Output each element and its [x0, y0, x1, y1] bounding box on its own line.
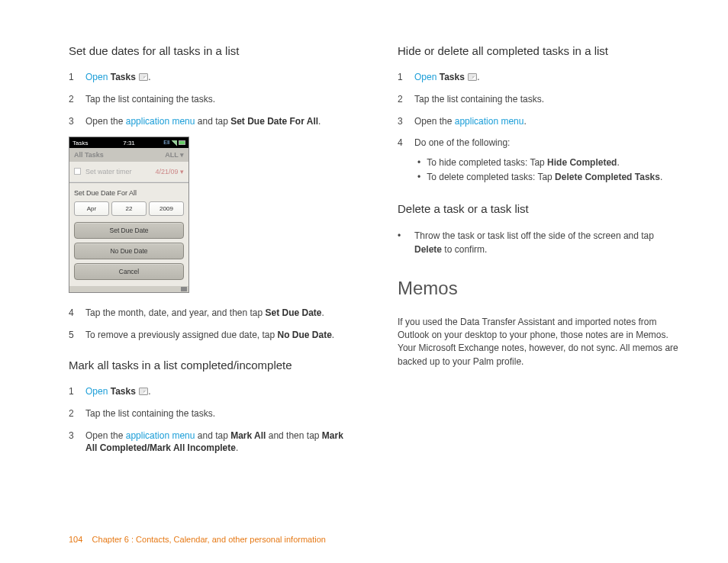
- steps-mark-all: 1 Open Tasks . 2 Tap the list containing…: [69, 385, 353, 455]
- step-4: 4 Tap the month, date, and year, and the…: [69, 307, 353, 320]
- step-text: Open Tasks .: [414, 71, 682, 84]
- bullet-delete: To delete completed tasks: Tap Delete Co…: [417, 170, 682, 185]
- open-link[interactable]: Open: [414, 72, 436, 82]
- month-chip[interactable]: Apr: [74, 201, 109, 216]
- step-text: To remove a previously assigned due date…: [85, 329, 353, 342]
- step-4: 4 Do one of the following:: [398, 137, 682, 150]
- step-text: Open the application menu.: [414, 115, 682, 128]
- step-text: Open the application menu and tap Mark A…: [85, 429, 353, 455]
- step-text: Tap the list containing the tasks.: [85, 407, 353, 420]
- tasks-app-icon: [468, 73, 477, 81]
- heading-mark-all: Mark all tasks in a list completed/incom…: [69, 359, 353, 372]
- statusbar-app: Tasks: [72, 140, 88, 146]
- step-text: Open the application menu and tap Set Du…: [85, 115, 353, 128]
- open-link[interactable]: Open: [85, 72, 108, 82]
- app-menu-link[interactable]: application menu: [455, 116, 524, 127]
- step-5: 5 To remove a previously assigned due da…: [69, 329, 353, 342]
- step-text: Tap the list containing the tasks.: [414, 93, 682, 106]
- step-text: Open Tasks .: [85, 385, 353, 398]
- step-1: 1 Open Tasks .: [69, 71, 353, 84]
- no-due-date-button[interactable]: No Due Date: [74, 243, 184, 259]
- date-picker-row: Apr 22 2009: [74, 201, 184, 216]
- page-footer: 104 Chapter 6 : Contacts, Calendar, and …: [69, 535, 326, 544]
- bullet-hide: To hide completed tasks: Tap Hide Comple…: [417, 156, 682, 170]
- step-2: 2 Tap the list containing the tasks.: [69, 93, 353, 106]
- step-number: 3: [69, 115, 85, 128]
- right-column: Hide or delete all completed tasks in a …: [398, 44, 682, 464]
- tasks-app-icon: [139, 73, 148, 81]
- step-number: 1: [69, 385, 85, 398]
- step-number: 1: [69, 71, 85, 84]
- step-2: 2 Tap the list containing the tasks.: [398, 93, 682, 106]
- heading-delete-task: Delete a task or a task list: [398, 202, 682, 215]
- page-body: Set due dates for all tasks in a list 1 …: [0, 0, 728, 494]
- heading-hide-delete: Hide or delete all completed tasks in a …: [398, 44, 682, 57]
- left-column: Set due dates for all tasks in a list 1 …: [69, 44, 353, 464]
- step-1: 1 Open Tasks .: [398, 71, 682, 84]
- heading-set-due-dates: Set due dates for all tasks in a list: [69, 44, 353, 57]
- popup-title: Set Due Date For All: [74, 188, 184, 201]
- tasks-app-icon: [139, 388, 148, 395]
- step-1: 1 Open Tasks .: [69, 385, 353, 398]
- phone-task-row: Set water timer 4/21/09 ▾: [69, 162, 188, 182]
- page-number: 104: [69, 535, 82, 544]
- app-menu-link[interactable]: application menu: [126, 430, 195, 441]
- bullet-throw: Throw the task or task list off the side…: [398, 229, 682, 256]
- app-menu-link[interactable]: application menu: [126, 116, 195, 127]
- phone-gesture-area: [69, 286, 188, 292]
- battery-icon: [179, 140, 185, 145]
- ev-icon: Eⅱ: [163, 140, 169, 146]
- resize-corner-icon: [181, 287, 187, 291]
- step-3: 3 Open the application menu.: [398, 115, 682, 128]
- steps-hide-delete: 1 Open Tasks . 2 Tap the list containing…: [398, 71, 682, 150]
- step-2: 2 Tap the list containing the tasks.: [69, 407, 353, 420]
- signal-icon: [171, 140, 177, 146]
- step-number: 4: [69, 307, 85, 320]
- phone-screenshot: Tasks 7:31 Eⅱ All Tasks ALL ▾ Set water …: [69, 137, 189, 293]
- steps-set-due-dates: 1 Open Tasks . 2 Tap the list containing…: [69, 71, 353, 127]
- step-3: 3 Open the application menu and tap Set …: [69, 115, 353, 128]
- set-due-date-button[interactable]: Set Due Date: [74, 222, 184, 239]
- step-number: 3: [69, 429, 85, 455]
- sub-bullets-hide-delete: To hide completed tasks: Tap Hide Comple…: [417, 156, 682, 185]
- step-3: 3 Open the application menu and tap Mark…: [69, 429, 353, 455]
- open-link[interactable]: Open: [85, 386, 108, 397]
- heading-memos: Memos: [398, 278, 682, 299]
- tasks-word: Tasks: [111, 72, 136, 82]
- year-chip[interactable]: 2009: [149, 201, 184, 216]
- step-number: 2: [69, 407, 85, 420]
- phone-popup: Set Due Date For All Apr 22 2009 Set Due…: [69, 182, 188, 286]
- step-number: 3: [398, 115, 414, 128]
- step-text: Tap the list containing the tasks.: [85, 93, 353, 106]
- step-number: 2: [69, 93, 85, 106]
- day-chip[interactable]: 22: [111, 201, 147, 216]
- cancel-button[interactable]: Cancel: [74, 263, 184, 280]
- statusbar-icons: Eⅱ: [163, 140, 185, 146]
- chapter-title: Chapter 6 : Contacts, Calendar, and othe…: [92, 535, 326, 544]
- step-number: 4: [398, 137, 414, 150]
- phone-statusbar: Tasks 7:31 Eⅱ: [69, 137, 188, 148]
- phone-list-header: All Tasks ALL ▾: [69, 148, 188, 162]
- step-number: 2: [398, 93, 414, 106]
- step-text: Open Tasks .: [85, 71, 353, 84]
- step-number: 1: [398, 71, 414, 84]
- bullets-delete-task: Throw the task or task list off the side…: [398, 229, 682, 256]
- checkbox-icon: [74, 168, 81, 175]
- step-text: Do one of the following:: [414, 137, 682, 150]
- statusbar-time: 7:31: [123, 140, 135, 146]
- step-number: 5: [69, 329, 85, 342]
- steps-set-due-dates-cont: 4 Tap the month, date, and year, and the…: [69, 307, 353, 342]
- step-text: Tap the month, date, and year, and then …: [85, 307, 353, 320]
- memos-para: If you used the Data Transfer Assistant …: [398, 316, 682, 369]
